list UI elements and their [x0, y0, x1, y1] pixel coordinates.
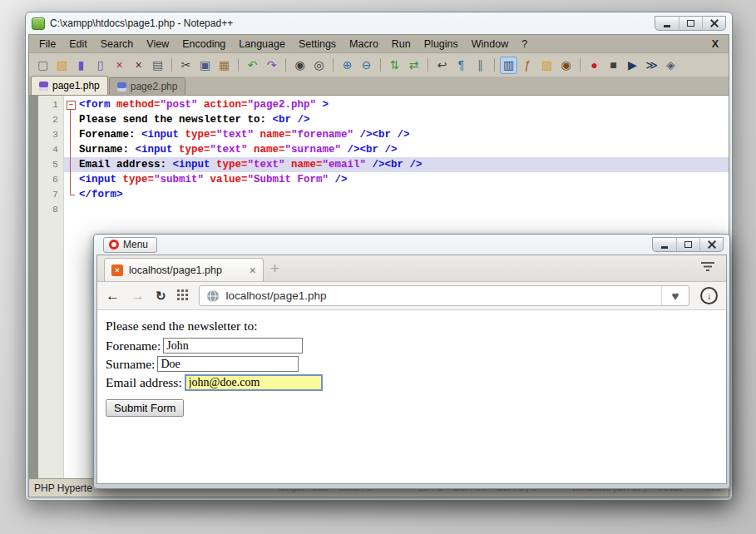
zoom-out-icon[interactable]: ⊖: [358, 57, 375, 74]
code-line-1[interactable]: 1<form method="post" action="page2.php" …: [29, 97, 729, 112]
macro-run-multiple-icon[interactable]: ≫: [643, 57, 660, 74]
file-monitoring-icon[interactable]: ◉: [557, 57, 575, 74]
file-icon: [117, 82, 126, 91]
menu-file[interactable]: File: [32, 36, 62, 52]
show-all-characters-icon[interactable]: ¶: [452, 57, 470, 74]
folder-as-workspace-icon[interactable]: ▨: [538, 57, 556, 74]
maximize-button[interactable]: [676, 238, 699, 251]
notepad-toolbar: ▢▧▮▯××▤✂▣▦↶↷◉◎⊕⊖⇅⇄↩¶∥▥ƒ▨◉●■▶≫◈: [29, 53, 729, 77]
zoom-in-icon[interactable]: ⊕: [338, 57, 356, 74]
macro-record-icon[interactable]: ●: [586, 57, 603, 74]
code-line-5[interactable]: 5Email address: <input type="text" name=…: [29, 157, 729, 172]
opera-titlebar[interactable]: Menu: [96, 235, 727, 255]
line-number: 8: [29, 202, 64, 217]
opera-menu-button[interactable]: Menu: [103, 237, 157, 253]
menu-plugins[interactable]: Plugins: [418, 36, 465, 52]
forename-input[interactable]: [163, 338, 303, 354]
code-line-2[interactable]: 2Please send the newsletter to: <br />: [29, 112, 729, 127]
code-line-6[interactable]: 6<input type="submit" value="Submit Form…: [29, 172, 729, 187]
indent-guide-icon[interactable]: ∥: [472, 57, 489, 74]
toolbar-separator: [580, 58, 581, 72]
menu-language[interactable]: Language: [232, 36, 292, 52]
new-file-icon[interactable]: ▢: [34, 57, 52, 74]
tab-menu-icon[interactable]: [699, 261, 716, 276]
sync-horizontal-scroll-icon[interactable]: ⇄: [405, 57, 422, 74]
save-all-icon[interactable]: ▯: [91, 57, 109, 74]
new-tab-button[interactable]: +: [270, 260, 279, 278]
form-fields: Forename: Surname: Email address:: [106, 337, 726, 391]
speed-dial-icon[interactable]: [177, 289, 188, 304]
menu-encoding[interactable]: Encoding: [175, 36, 232, 52]
menu-window[interactable]: Window: [465, 36, 515, 52]
address-bar[interactable]: localhost/page1.php ♥: [199, 285, 689, 306]
bookmark-heart-icon[interactable]: ♥: [661, 286, 689, 305]
tab-close-icon[interactable]: ×: [250, 264, 256, 277]
reload-icon[interactable]: ↻: [156, 289, 166, 304]
print-icon[interactable]: ▤: [149, 57, 166, 74]
document-map-icon[interactable]: ▥: [500, 57, 517, 74]
copy-icon[interactable]: ▣: [196, 57, 214, 74]
code-text: </form>: [77, 187, 729, 202]
notepad-titlebar[interactable]: C:\xampp\htdocs\page1.php - Notepad++: [28, 12, 729, 34]
menu-settings[interactable]: Settings: [292, 36, 343, 52]
form-row: Email address:: [106, 373, 726, 391]
menu-run[interactable]: Run: [385, 36, 418, 52]
close-all-icon[interactable]: ×: [130, 57, 147, 74]
close-file-icon[interactable]: ×: [111, 57, 128, 74]
menu-help[interactable]: ?: [515, 36, 534, 52]
macro-stop-icon[interactable]: ■: [605, 57, 622, 74]
url-text[interactable]: localhost/page1.php: [226, 289, 661, 302]
function-list-icon[interactable]: ƒ: [519, 57, 536, 74]
code-text: Please send the newsletter to: <br />: [77, 112, 729, 127]
code-line-4[interactable]: 4Surname: <input type="text" name="surna…: [29, 142, 729, 157]
document-type-label: PHP Hyperte: [34, 482, 92, 494]
code-text: Surname: <input type="text" name="surnam…: [77, 142, 729, 157]
menu-view[interactable]: View: [140, 36, 175, 52]
cut-icon[interactable]: ✂: [177, 57, 195, 74]
code-text: <form method="post" action="page2.php" >: [77, 97, 729, 112]
code-line-8[interactable]: 8: [29, 202, 729, 217]
open-file-icon[interactable]: ▧: [53, 57, 71, 74]
surname-input[interactable]: [157, 356, 299, 372]
toolbar-separator: [285, 58, 286, 72]
save-file-icon[interactable]: ▮: [72, 57, 90, 74]
code-text: [77, 202, 729, 217]
sync-vertical-scroll-icon[interactable]: ⇅: [386, 57, 403, 74]
redo-icon[interactable]: ↷: [263, 57, 280, 74]
undo-icon[interactable]: ↶: [244, 57, 261, 74]
field-label: Forename:: [106, 339, 161, 354]
browser-tab[interactable]: × localhost/page1.php ×: [104, 258, 264, 281]
macro-play-icon[interactable]: ▶: [624, 57, 641, 74]
line-number: 5: [29, 157, 64, 172]
toolbar-separator: [238, 58, 239, 72]
close-button[interactable]: [702, 17, 725, 30]
menu-items: FileEditSearchViewEncodingLanguageSettin…: [32, 36, 534, 52]
paste-icon[interactable]: ▦: [215, 57, 233, 74]
tab-page1.php[interactable]: page1.php: [31, 76, 108, 95]
close-button[interactable]: [699, 238, 723, 251]
word-wrap-icon[interactable]: ↩: [433, 57, 451, 74]
fold-margin: [64, 127, 77, 142]
close-document-button[interactable]: X: [705, 38, 725, 50]
minimize-icon: [661, 246, 668, 249]
opera-tab-bar: × localhost/page1.php × +: [97, 255, 726, 282]
menu-edit[interactable]: Edit: [62, 36, 94, 52]
find-icon[interactable]: ◉: [291, 57, 309, 74]
minimize-button[interactable]: [655, 17, 679, 30]
back-icon[interactable]: ←: [106, 288, 120, 304]
menu-macro[interactable]: Macro: [343, 36, 385, 52]
tab-page2.php[interactable]: page2.php: [109, 77, 186, 95]
form-row: Forename:: [106, 337, 726, 354]
submit-form-button[interactable]: Submit Form: [106, 399, 184, 417]
fold-margin[interactable]: [64, 97, 77, 112]
menu-search[interactable]: Search: [94, 36, 141, 52]
macro-save-icon[interactable]: ◈: [662, 57, 679, 74]
replace-icon[interactable]: ◎: [310, 57, 328, 74]
email-input[interactable]: [185, 374, 323, 391]
code-line-7[interactable]: 7</form>: [29, 187, 729, 202]
minimize-button[interactable]: [653, 238, 676, 251]
code-line-3[interactable]: 3Forename: <input type="text" name="fore…: [29, 127, 729, 142]
download-icon[interactable]: ↓: [700, 287, 718, 304]
maximize-button[interactable]: [679, 17, 702, 30]
forward-icon[interactable]: →: [131, 288, 145, 304]
